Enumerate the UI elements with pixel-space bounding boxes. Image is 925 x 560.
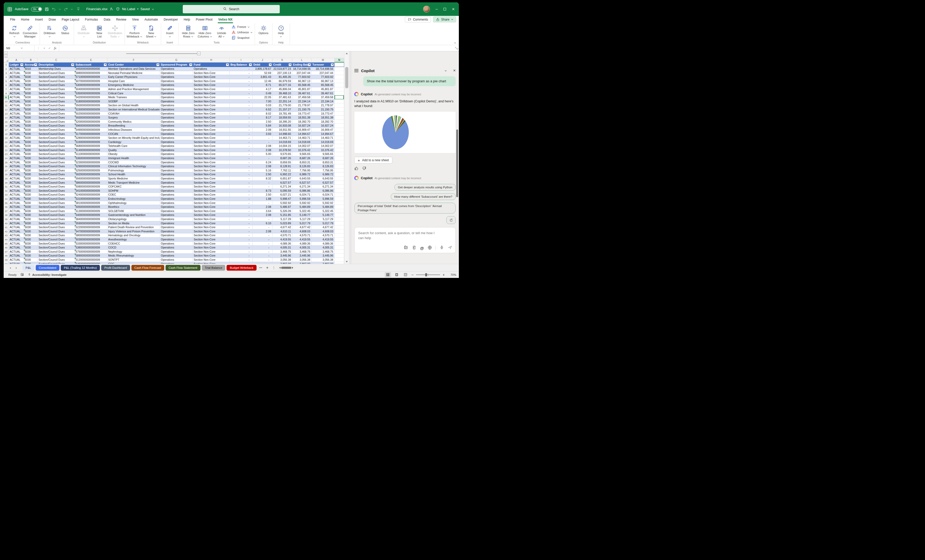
macro-record-icon[interactable] <box>20 273 24 277</box>
cell-M27[interactable]: 7,756.95 <box>312 168 334 173</box>
insert-button[interactable]: Insert <box>163 24 177 38</box>
cell-F9[interactable]: Medic Trainees <box>107 95 160 99</box>
row-header-28[interactable]: 28 <box>4 173 9 177</box>
cell-C11[interactable]: Section/Council Dues <box>38 104 75 108</box>
cell-G24[interactable]: Operations <box>160 156 193 161</box>
row-header-50[interactable]: 50 <box>4 262 9 264</box>
cell-J28[interactable]: 2.50 <box>253 173 273 177</box>
save-icon[interactable] <box>45 7 49 12</box>
cell-M46[interactable]: 4,005.31 <box>312 246 334 250</box>
refresh-suggestions-button[interactable] <box>446 216 456 224</box>
cell-C34[interactable]: Section/Council Dues <box>38 197 75 201</box>
cell-B13[interactable]: 5030 <box>24 112 38 116</box>
cell-I47[interactable]: - <box>230 250 253 254</box>
sheet-tab-p-l-trailing-12-months-[interactable]: P&L (Trailing 12 Months) <box>61 265 100 271</box>
cell-A22[interactable]: ACTUAL <box>9 148 24 152</box>
cell-A14[interactable]: ACTUAL <box>9 116 24 120</box>
cell-C23[interactable]: Section/Council Dues <box>38 152 75 156</box>
cell-B42[interactable]: 5030 <box>24 230 38 234</box>
cell-C36[interactable]: Section/Council Dues <box>38 205 75 209</box>
cell-M37[interactable]: 5,322.45 <box>312 209 334 213</box>
cell-N10[interactable] <box>334 99 344 104</box>
cell-J27[interactable]: 5.16 <box>253 168 273 173</box>
cell-J45[interactable]: - <box>253 242 273 246</box>
cell-J32[interactable]: 8.73 <box>253 189 273 193</box>
cell-M21[interactable]: 14,002.07 <box>312 144 334 148</box>
cell-M45[interactable]: 4,089.36 <box>312 242 334 246</box>
cell-M41[interactable]: 4,677.42 <box>312 225 334 230</box>
cell-N39[interactable] <box>334 217 344 221</box>
table-header-turnover[interactable]: Turnover <box>312 63 334 67</box>
cell-B44[interactable]: 5030 <box>24 237 38 242</box>
cell-H31[interactable]: Section Non-Core <box>193 185 230 189</box>
cell-F11[interactable]: Section on Global Health <box>107 104 160 108</box>
cell-N17[interactable] <box>334 128 344 132</box>
user-avatar[interactable] <box>423 6 430 12</box>
cell-J40[interactable]: 6.10 <box>253 221 273 225</box>
cell-G31[interactable]: Operations <box>160 185 193 189</box>
cell-F31[interactable]: COFCAKC <box>107 185 160 189</box>
cell-F32[interactable]: SOHPM <box>107 189 160 193</box>
cell-F34[interactable]: Endocrinology <box>107 197 160 201</box>
cell-L7[interactable]: 45,801.87 <box>292 87 312 92</box>
cell-J37[interactable]: 3.64 <box>253 209 273 213</box>
cell-L9[interactable]: 37,459.58 <box>292 95 312 99</box>
row-header-45[interactable]: 45 <box>4 242 9 246</box>
cell-N26[interactable] <box>334 164 344 168</box>
cell-H19[interactable]: Section Non-Core <box>193 136 230 140</box>
cell-M43[interactable]: 4,570.71 <box>312 233 334 237</box>
cell-G26[interactable]: Operations <box>160 164 193 168</box>
cell-K4[interactable]: 81,405.35 <box>273 75 292 79</box>
cell-I19[interactable]: - <box>230 136 253 140</box>
cell-F40[interactable]: Section on Media <box>107 221 160 225</box>
cell-N13[interactable] <box>334 112 344 116</box>
cell-M33[interactable]: 6,024.71 <box>312 193 334 197</box>
cell-J8[interactable]: 0.49 <box>253 92 273 96</box>
cell-M35[interactable]: 5,592.92 <box>312 201 334 205</box>
row-header-35[interactable]: 35 <box>4 201 9 205</box>
sheet-tab-budget-writeback[interactable]: Budget Writeback <box>226 265 256 271</box>
cell-M8[interactable]: 39,467.61 <box>312 92 334 96</box>
cell-L10[interactable]: 22,194.14 <box>292 99 312 104</box>
ribbon-tab-automate[interactable]: Automate <box>142 16 161 23</box>
cell-N49[interactable] <box>334 258 344 262</box>
cell-G7[interactable]: Operations <box>160 87 193 92</box>
cell-B18[interactable]: 5030 <box>24 132 38 136</box>
cell-L4[interactable]: 77,603.92 <box>292 75 312 79</box>
cell-B27[interactable]: 5030 <box>24 168 38 173</box>
cell-C14[interactable]: Section/Council Dues <box>38 116 75 120</box>
cell-N32[interactable] <box>334 189 344 193</box>
ribbon-tab-power-pivot[interactable]: Power Pivot <box>193 16 215 23</box>
sheet-tab-cash-flow-statement[interactable]: Cash Flow Statement <box>166 265 200 271</box>
ribbon-tab-velixo-nx[interactable]: Velixo NX <box>215 16 235 23</box>
table-header-cost-center[interactable]: Cost Center <box>107 63 160 67</box>
cell-E11[interactable]: 5500000000000009 <box>75 104 107 108</box>
cell-G16[interactable]: Operations <box>160 124 193 128</box>
row-header-43[interactable]: 43 <box>4 233 9 237</box>
cell-K2[interactable]: 22,519,877.23 <box>273 67 292 71</box>
cell-I23[interactable]: - <box>230 152 253 156</box>
column-header-K[interactable]: K <box>273 58 292 63</box>
cell-B5[interactable]: 5030 <box>24 79 38 83</box>
table-header-description[interactable]: Description <box>38 63 75 67</box>
cell-M16[interactable]: 16,927.24 <box>312 124 334 128</box>
freeze-button[interactable]: Freeze <box>231 24 253 29</box>
cell-C47[interactable]: Section/Council Dues <box>38 250 75 254</box>
row-header-48[interactable]: 48 <box>4 254 9 258</box>
cell-L22[interactable]: 10,376.42 <box>292 148 312 152</box>
cell-A11[interactable]: ACTUAL <box>9 104 24 108</box>
cell-G29[interactable]: Operations <box>160 177 193 181</box>
cell-M12[interactable]: 21,150.75 <box>312 108 334 112</box>
cell-G10[interactable]: Operations <box>160 99 193 104</box>
cell-F18[interactable]: COCAN <box>107 132 160 136</box>
row-header-24[interactable]: 24 <box>4 156 9 161</box>
cell-N30[interactable] <box>334 181 344 185</box>
cell-J29[interactable]: 8.32 <box>253 177 273 181</box>
row-header-7[interactable]: 7 <box>4 87 9 92</box>
cell-M5[interactable]: 66,967.13 <box>312 79 334 83</box>
cell-G49[interactable]: Operations <box>160 258 193 262</box>
cell-F2[interactable]: Member Operations and Data Services <box>107 67 160 71</box>
cell-C16[interactable]: Section/Council Dues <box>38 124 75 128</box>
cell-E40[interactable]: 5590000000000009 <box>75 221 107 225</box>
cell-E25[interactable]: 5230000000000009 <box>75 161 107 165</box>
